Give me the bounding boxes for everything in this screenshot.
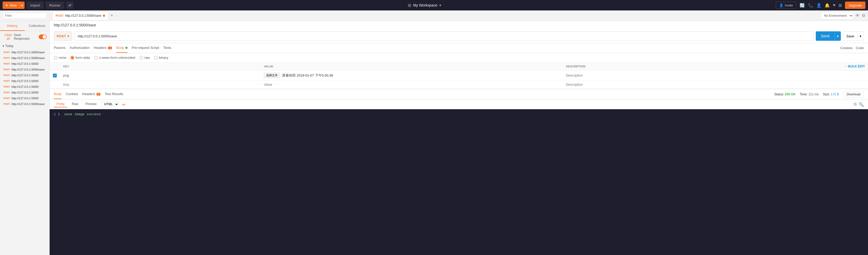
code-content: save image success	[64, 113, 100, 252]
response-code: save image success	[64, 113, 100, 116]
phone-icon[interactable]: 📞	[808, 3, 813, 8]
sync-button[interactable]: ⇄	[66, 2, 73, 9]
method-label: POST	[57, 34, 66, 38]
url-input[interactable]	[74, 31, 813, 41]
col-actions: ··· Bulk Edit	[763, 62, 868, 70]
request-input-row: POST ▾ Send ▾ Save ▾	[50, 29, 868, 43]
list-item[interactable]: POST http://127.0.0.1:5000/save	[0, 55, 50, 61]
response-content: Pretty Raw Preview HTML JSON XML Text ⇌ …	[50, 100, 868, 255]
tab-authorization[interactable]: Authorization	[70, 43, 90, 53]
environment-select[interactable]: No Environment	[821, 12, 854, 19]
bulk-edit-button[interactable]: Bulk Edit	[848, 65, 865, 68]
tab-params[interactable]: Params	[54, 43, 66, 53]
table-row: ✓ 选择文件 屏幕快照 2019-01-07 下午5.00.36	[50, 70, 868, 81]
history-tab[interactable]: History	[0, 21, 25, 31]
table-row-empty	[50, 81, 868, 89]
key-input[interactable]	[63, 73, 257, 77]
resp-tab-cookies[interactable]: Cookies	[66, 89, 78, 99]
download-button[interactable]: Download	[843, 91, 864, 97]
format-right: ⧉ 🔍	[854, 102, 864, 107]
cookies-link[interactable]: Cookies	[840, 46, 852, 50]
tab-headers[interactable]: Headers 1	[94, 43, 112, 53]
grid-icon[interactable]: ⊞	[838, 3, 842, 8]
save-responses-toggle-row: Save Responses	[14, 33, 47, 40]
file-name: 屏幕快照 2019-01-07 下午5.00.36	[282, 73, 333, 78]
size-value: 172 B	[831, 93, 839, 96]
active-request-tab[interactable]: POST http://127.0.0.1:5000/save	[52, 11, 108, 20]
row-checkbox[interactable]: ✓	[53, 73, 57, 77]
status-label: Status: 200 OK	[774, 93, 796, 96]
more-icon[interactable]: ···	[845, 65, 847, 68]
resp-tab-test-results[interactable]: Test Results	[105, 89, 123, 99]
tab-tests[interactable]: Tests	[163, 43, 171, 53]
radio-none[interactable]: none	[54, 56, 66, 60]
list-item[interactable]: POST http://127.0.0.1:5000/	[0, 78, 50, 84]
request-tab-url: http://127.0.0.1:5000/save	[65, 14, 101, 18]
copy-icon[interactable]: ⧉	[854, 102, 857, 107]
invite-button[interactable]: 👤 Invite	[776, 2, 797, 9]
description-input[interactable]	[566, 73, 760, 77]
list-item[interactable]: POST http://127.0.0.1:5000/save	[0, 67, 50, 72]
save-responses-toggle[interactable]	[39, 34, 47, 39]
bell-icon[interactable]: 🔔	[825, 3, 830, 8]
radio-raw[interactable]: raw	[140, 56, 150, 60]
new-label: New	[10, 3, 17, 7]
format-tab-preview[interactable]: Preview	[83, 101, 99, 107]
response-tabs-bar: Body Cookies Headers 4 Test Results Stat…	[50, 89, 868, 100]
empty-key-input[interactable]	[63, 83, 257, 87]
empty-desc-input[interactable]	[566, 83, 760, 87]
format-type-select[interactable]: HTML JSON XML Text	[101, 101, 119, 107]
clear-all-button[interactable]: Clear all	[3, 33, 14, 40]
format-tab-pretty[interactable]: Pretty	[54, 101, 67, 107]
radio-binary[interactable]: binary	[154, 56, 168, 60]
tab-body[interactable]: Body	[116, 43, 127, 53]
workspace-name: My Workspace	[413, 3, 437, 7]
settings-icon[interactable]: ⚙	[862, 13, 865, 18]
heart-icon[interactable]: ♥	[833, 3, 836, 7]
empty-value-input[interactable]	[264, 83, 559, 87]
filter-input[interactable]	[3, 12, 47, 19]
radio-urlencoded[interactable]: x-www-form-urlencoded	[94, 56, 135, 60]
resp-tab-headers[interactable]: Headers 4	[82, 89, 100, 99]
sidebar-filter	[0, 10, 50, 21]
workspace-center: ⊞ My Workspace ▾	[75, 3, 774, 8]
new-button[interactable]: ✦ New ▾	[3, 2, 25, 9]
request-title-bar: http://127.0.0.1:5000/save	[50, 21, 868, 29]
eye-icon[interactable]: 👁	[856, 13, 860, 18]
wrap-icon[interactable]: ⇌	[122, 102, 125, 107]
line-numbers: i 1	[54, 113, 60, 252]
upgrade-button[interactable]: Upgrade	[845, 2, 865, 9]
method-select[interactable]: POST ▾	[54, 31, 72, 41]
send-button[interactable]: Send ▾	[816, 31, 841, 41]
import-button[interactable]: Import	[27, 2, 43, 9]
resp-tab-body[interactable]: Body	[54, 89, 62, 99]
runner-button[interactable]: Runner	[46, 2, 64, 9]
collections-tab[interactable]: Collections	[25, 21, 50, 31]
tab-pre-request[interactable]: Pre-request Script	[132, 43, 159, 53]
search-icon[interactable]: 🔍	[859, 102, 864, 107]
user-icon[interactable]: 👤	[816, 3, 822, 8]
format-tab-raw[interactable]: Raw	[69, 101, 81, 107]
list-item[interactable]: POST http://127.0.0.1:5000/save	[0, 101, 50, 107]
workspace-dropdown[interactable]: ▾	[439, 3, 441, 7]
code-link[interactable]: Code	[856, 46, 864, 50]
list-item[interactable]: POST http://127.0.0.1:5000/	[0, 90, 50, 95]
save-button[interactable]: Save ▾	[843, 31, 864, 41]
radio-form-data[interactable]: form-data	[70, 56, 90, 60]
nav-right: 👤 Invite 🔄 📞 👤 🔔 ♥ ⊞ Upgrade	[776, 2, 865, 9]
sync-icon[interactable]: 🔄	[800, 3, 805, 8]
request-option-tabs: Params Authorization Headers 1 Body Pre-…	[50, 43, 868, 53]
request-tabs-bar: POST http://127.0.0.1:5000/save + ··· No…	[50, 10, 868, 21]
list-item[interactable]: POST http://127.0.0.1:5000/	[0, 95, 50, 101]
add-tab-button[interactable]: +	[110, 13, 115, 18]
choose-file-button[interactable]: 选择文件	[264, 73, 280, 78]
list-item[interactable]: POST http://127.0.0.1:5000/	[0, 84, 50, 90]
col-key: KEY	[60, 62, 261, 70]
size-label: Size: 172 B	[823, 93, 839, 96]
list-item[interactable]: POST http://127.0.0.1:5000/	[0, 72, 50, 78]
request-title: http://127.0.0.1:5000/save	[54, 23, 96, 27]
tab-more-button[interactable]: ···	[115, 13, 118, 18]
list-item[interactable]: POST http://127.0.0.1:5000/save	[0, 50, 50, 55]
list-item[interactable]: POST http://127.0.0.1:5000/	[0, 61, 50, 67]
unsaved-indicator	[103, 14, 105, 17]
